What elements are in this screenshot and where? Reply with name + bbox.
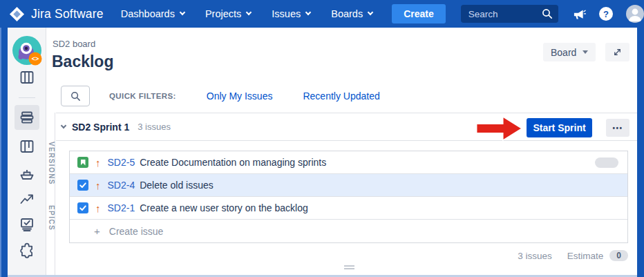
- backlog-panel: SD2 Sprint 1 3 issues Start Sprint ••• ↑…: [56, 113, 637, 275]
- user-avatar[interactable]: [626, 5, 644, 23]
- side-rail: VERSIONS EPICS: [47, 113, 55, 275]
- issues-icon[interactable]: [19, 216, 35, 233]
- chevron-down-icon: [368, 10, 373, 15]
- top-navbar: Jira Software Dashboards Projects Issues…: [0, 0, 644, 28]
- active-sprints-icon[interactable]: [19, 138, 35, 155]
- board-dropdown-label: Board: [551, 47, 576, 58]
- issue-summary: Delete old issues: [140, 180, 214, 191]
- chevron-down-icon: [305, 10, 311, 15]
- resize-handle[interactable]: [344, 265, 354, 271]
- checkbox-checked-icon[interactable]: [77, 202, 88, 213]
- logo-text: Jira Software: [31, 7, 104, 21]
- sprint-name: SD2 Sprint 1: [72, 122, 129, 133]
- reports-icon[interactable]: [19, 191, 35, 207]
- create-issue-label: Create issue: [109, 226, 164, 237]
- estimate-pill: [595, 157, 618, 168]
- help-icon[interactable]: ?: [599, 7, 613, 21]
- announcements-icon[interactable]: [573, 8, 586, 21]
- board-icon[interactable]: [19, 69, 35, 86]
- quick-filters-label: QUICK FILTERS:: [109, 92, 176, 100]
- window-frame-left: [0, 28, 8, 277]
- jira-logo[interactable]: Jira Software: [9, 6, 104, 22]
- issue-row[interactable]: ↑SD2-5Create Documentation on managing s…: [70, 151, 627, 174]
- filter-only-my-issues[interactable]: Only My Issues: [207, 90, 273, 102]
- addons-icon[interactable]: [19, 242, 35, 258]
- backlog-search-box[interactable]: [61, 86, 90, 106]
- annotation-arrow-icon: [475, 115, 524, 142]
- issue-key-link[interactable]: SD2-1: [108, 202, 135, 213]
- window-frame-right: [637, 28, 644, 277]
- bookmark-glyph: [81, 160, 86, 166]
- filter-recently-updated[interactable]: Recently Updated: [303, 90, 379, 102]
- nav-item-label: Projects: [205, 8, 241, 19]
- priority-high-icon: ↑: [95, 180, 101, 191]
- create-issue-row[interactable]: + Create issue: [70, 220, 627, 242]
- project-avatar[interactable]: <>: [12, 35, 44, 67]
- epics-tab[interactable]: EPICS: [48, 205, 55, 231]
- issue-key-link[interactable]: SD2-5: [108, 157, 135, 168]
- svg-text:<>: <>: [32, 55, 39, 62]
- create-button[interactable]: Create: [392, 4, 446, 23]
- help-glyph: ?: [603, 9, 609, 19]
- nav-menu: Dashboards Projects Issues Boards: [121, 8, 372, 19]
- issue-summary: Create a new user story on the backlog: [140, 202, 308, 213]
- jira-logo-icon: [9, 6, 25, 22]
- navbar-right-icons: ?: [573, 5, 644, 23]
- issue-summary: Create Documentation on managing sprints: [140, 157, 326, 168]
- start-sprint-button[interactable]: Start Sprint: [527, 118, 592, 137]
- priority-high-icon: ↑: [95, 157, 101, 168]
- nav-item-label: Issues: [272, 8, 301, 19]
- issue-row[interactable]: ↑SD2-1Create a new user story on the bac…: [70, 197, 627, 220]
- page-title: Backlog: [52, 52, 113, 71]
- project-sidebar: <>: [8, 28, 46, 275]
- issue-key-link[interactable]: SD2-4: [108, 180, 135, 191]
- nav-item-label: Boards: [331, 8, 363, 19]
- issue-row[interactable]: ↑SD2-4Delete old issues: [70, 174, 627, 197]
- sprint-menu-button[interactable]: •••: [606, 119, 629, 137]
- navbar-search[interactable]: [461, 5, 558, 23]
- footer-issue-count: 3 issues: [518, 251, 552, 261]
- issue-list: ↑SD2-5Create Documentation on managing s…: [69, 151, 628, 243]
- estimate-value-badge: 0: [609, 250, 628, 261]
- caret-down-icon: [583, 50, 588, 54]
- sidebar-divider: [19, 97, 35, 98]
- chevron-down-icon: [246, 10, 252, 15]
- checkbox-checked-icon[interactable]: [77, 180, 88, 191]
- nav-item-issues[interactable]: Issues: [272, 8, 310, 19]
- main-content: SD2 board Backlog Board QUICK FILTERS: O…: [47, 28, 637, 275]
- estimate-label: Estimate: [567, 251, 604, 261]
- board-dropdown-button[interactable]: Board: [543, 43, 596, 61]
- nav-item-boards[interactable]: Boards: [331, 8, 372, 19]
- collapse-chevron-icon[interactable]: [61, 122, 66, 128]
- sprint-issue-count: 3 issues: [138, 122, 171, 132]
- backlog-icon[interactable]: [19, 109, 35, 126]
- nav-item-label: Dashboards: [121, 8, 175, 19]
- quick-filters-bar: QUICK FILTERS: Only My Issues Recently U…: [61, 86, 380, 106]
- nav-item-projects[interactable]: Projects: [205, 8, 251, 19]
- plus-icon: +: [94, 225, 100, 237]
- story-type-icon[interactable]: [77, 157, 88, 168]
- sprint-header: SD2 Sprint 1 3 issues Start Sprint •••: [56, 113, 637, 141]
- search-icon: [542, 8, 553, 19]
- chevron-down-icon: [180, 10, 185, 15]
- fullscreen-button[interactable]: [605, 43, 629, 61]
- sprint-footer: 3 issues Estimate 0: [518, 250, 628, 261]
- breadcrumb[interactable]: SD2 board: [53, 39, 95, 49]
- nav-item-dashboards[interactable]: Dashboards: [121, 8, 184, 19]
- releases-icon[interactable]: [19, 166, 35, 182]
- versions-tab[interactable]: VERSIONS: [48, 142, 55, 185]
- search-icon: [70, 91, 81, 102]
- person-icon: [626, 5, 644, 23]
- expand-icon: [612, 47, 623, 57]
- priority-high-icon: ↑: [95, 203, 101, 213]
